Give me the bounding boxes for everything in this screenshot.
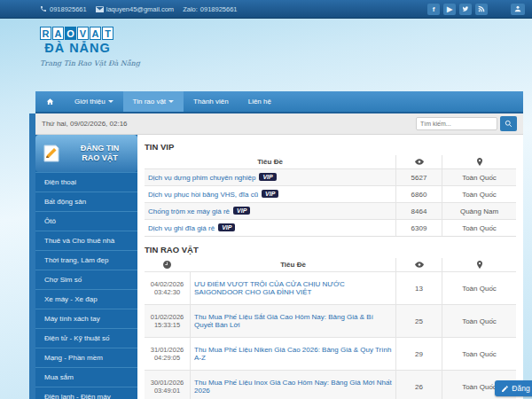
nav-lien-he[interactable]: Liên hệ (239, 91, 281, 112)
post-ad-button[interactable]: ĐĂNG TIN RAO VẶT (35, 135, 137, 172)
vip-title-cell: Dịch vụ dựng phim chuyên nghiệpVIP (145, 171, 395, 184)
date-search-bar: Thứ hai, 09/02/2026, 02:16 (35, 113, 523, 135)
listing-time: 15:33:15 (154, 321, 180, 329)
rss-glyph-icon (478, 5, 485, 12)
sidebar-item-bat-dong-san[interactable]: Bất động sản (35, 192, 137, 211)
vip-ad-link[interactable]: Dịch vụ dựng phim chuyên nghiệp (148, 174, 255, 182)
listing-ad-link[interactable]: Thu Mua Phế Liệu Sắt Giá Cao Hôm Nay: Bả… (194, 313, 373, 329)
vip-row: Dịch vụ ghi đĩa giá rẻVIP 6309 Toàn Quốc (145, 219, 516, 236)
topbar-zalo: Zalo: 0918925661 (183, 5, 237, 13)
listing-title-cell: Thu Mua Phế Liệu Inox Giá Cao Hôm Nay: B… (191, 377, 395, 396)
search-input[interactable] (416, 117, 497, 130)
youtube-icon[interactable]: ▶ (443, 4, 456, 15)
listing-row: 30/01/202603:49:01 Thu Mua Phế Liệu Inox… (145, 370, 516, 399)
topbar-email-text: laquyen45@gmail.com (106, 5, 174, 13)
listing-ad-link[interactable]: ƯU ĐIỂM VƯỢT TRỘI CỦA CỬA CHỊU NƯỚC SAIG… (194, 280, 345, 296)
user-account-icon[interactable] (511, 4, 525, 15)
listing-location: Toàn Quốc (442, 305, 516, 337)
site-logo[interactable]: R A O V A T ĐÀ NẴNG Trang Tin Rao Vặt Đà… (40, 27, 140, 67)
logo-tiles: R A O V A T (40, 27, 140, 40)
chevron-down-icon (108, 100, 113, 103)
home-icon (46, 98, 54, 106)
twitter-bird-icon (462, 5, 469, 12)
listing-time: 03:42:30 (154, 288, 180, 296)
sidebar-item-dien-tu[interactable]: Điện tử - Kỹ thuật số (35, 328, 137, 348)
listing-location: Toàn Quốc (442, 272, 516, 304)
sidebar-item-oto[interactable]: Ôtô (35, 211, 137, 231)
vip-location: Toàn Quốc (442, 186, 516, 202)
post-ad-line1: ĐĂNG TIN (81, 144, 120, 153)
floating-post-label: Đăng tin (512, 384, 532, 393)
map-pin-icon (477, 261, 482, 269)
sidebar-item-mua-sam[interactable]: Mua sắm (35, 367, 137, 387)
listing-row: 04/02/202603:42:30 ƯU ĐIỂM VƯỢT TRỘI CỦA… (145, 271, 516, 304)
vip-badge: VIP (262, 190, 278, 198)
sidebar-item-thoi-trang[interactable]: Thời trang, Làm đẹp (35, 250, 137, 270)
logo-tile: T (102, 27, 113, 40)
nav-thanh-vien[interactable]: Thành viên (184, 91, 239, 112)
listing-datetime: 04/02/202603:42:30 (145, 272, 191, 304)
views-icon (395, 258, 442, 271)
listing-ad-link[interactable]: Thu Mua Phế Liệu Niken Giá Cao 2026: Bản… (194, 346, 391, 362)
nav-gioi-thieu[interactable]: Giới thiệu (65, 91, 123, 112)
search-button[interactable] (500, 116, 517, 131)
listing-datetime: 30/01/202603:49:01 (145, 371, 191, 399)
sidebar-item-thue-nha[interactable]: Thuê và Cho thuê nhà (35, 231, 137, 250)
sidebar-item-dien-lanh[interactable]: Điện lạnh - Điện máy (35, 387, 137, 399)
location-icon (442, 155, 516, 168)
listing-datetime: 31/01/202604:29:05 (145, 338, 191, 370)
zalo-label: Zalo: (183, 5, 198, 13)
sidebar-item-mang-phan-mem[interactable]: Mạng - Phần mềm (35, 348, 137, 367)
envelope-icon (96, 6, 104, 12)
listing-date: 31/01/2026 (151, 346, 184, 354)
listing-title-cell: ƯU ĐIỂM VƯỢT TRỘI CỦA CỬA CHỊU NƯỚC SAIG… (191, 278, 395, 298)
vip-location: Toàn Quốc (442, 169, 516, 185)
vip-title-cell: Dịch vụ phục hồi băng VHS, đĩa cũVIP (145, 188, 395, 200)
listing-views: 25 (395, 305, 442, 337)
listing-date: 04/02/2026 (151, 280, 184, 288)
eye-icon (415, 262, 424, 268)
rss-icon[interactable] (475, 4, 488, 15)
post-ad-label: ĐĂNG TIN RAO VẶT (67, 144, 132, 163)
listing-row: 01/02/202615:33:15 Thu Mua Phế Liệu Sắt … (145, 304, 516, 337)
topbar: 0918925661 laquyen45@gmail.com Zalo: 091… (0, 0, 532, 19)
nav-home[interactable] (35, 91, 65, 112)
column-header-title: Tiêu Đề (145, 156, 395, 168)
chevron-down-icon (168, 100, 174, 103)
vip-ad-link[interactable]: Chống trộm xe máy giá rẻ (148, 207, 230, 215)
listing-date: 30/01/2026 (151, 379, 184, 387)
page-container: Thứ hai, 09/02/2026, 02:16 ĐĂNG TIN RAO … (29, 113, 523, 399)
logo-tile: R (40, 27, 51, 40)
listing-time: 03:49:01 (154, 387, 180, 395)
listing-ad-link[interactable]: Thu Mua Phế Liệu Inox Giá Cao Hôm Nay: B… (194, 379, 392, 395)
sidebar-item-dien-thoai[interactable]: Điện thoại (35, 172, 137, 192)
user-glyph-icon (514, 5, 521, 12)
sidebar-item-may-tinh[interactable]: Máy tính xách tay (35, 309, 137, 328)
vip-title-cell: Chống trộm xe máy giá rẻVIP (145, 205, 395, 217)
sidebar-item-xe-may[interactable]: Xe máy - Xe đạp (35, 289, 137, 309)
logo-tile: A (90, 27, 101, 40)
sidebar-item-cho-sim-so[interactable]: Chợ Sim số (35, 270, 137, 289)
floating-post-button[interactable]: Đăng tin (495, 380, 532, 396)
topbar-email[interactable]: laquyen45@gmail.com (96, 5, 174, 13)
nav-tin-rao-vat[interactable]: Tin rao vặt (123, 91, 184, 112)
logo-tile: V (77, 27, 89, 40)
vip-ad-link[interactable]: Dịch vụ phục hồi băng VHS, đĩa cũ (148, 191, 258, 199)
phone-icon (40, 5, 47, 12)
edit-pencil-icon (501, 385, 509, 393)
twitter-icon[interactable] (459, 4, 472, 15)
content-area: ĐĂNG TIN RAO VẶT Điện thoại Bất động sản… (35, 135, 523, 399)
vip-table: Tiêu Đề Dịch vụ dựng phim chuyên nghiệpV… (145, 155, 516, 237)
topbar-phone: 0918925661 (40, 5, 87, 13)
vip-badge: VIP (218, 223, 235, 231)
location-icon (442, 258, 516, 271)
logo-tile: O (65, 27, 76, 40)
listing-views: 13 (395, 272, 442, 304)
zalo-number: 0918925661 (200, 5, 238, 13)
vip-views: 5627 (395, 169, 442, 185)
listing-datetime: 01/02/202615:33:15 (145, 305, 191, 337)
facebook-icon[interactable]: f (427, 4, 440, 15)
vip-ad-link[interactable]: Dịch vụ ghi đĩa giá rẻ (148, 224, 215, 232)
listing-section-title: TIN RAO VẶT (145, 245, 516, 254)
listing-table: Tiêu Đề 04/02/202603:42:30 ƯU ĐIỂM VƯỢT … (145, 258, 516, 399)
